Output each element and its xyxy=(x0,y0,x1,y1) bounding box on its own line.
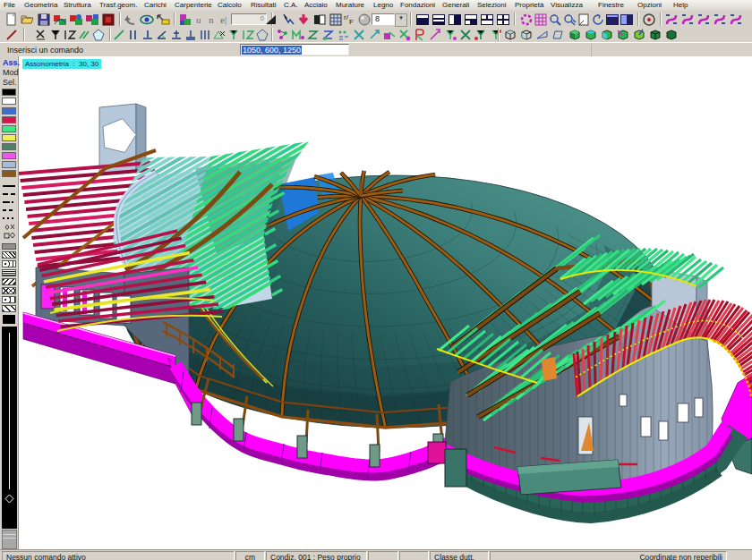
svg-text:n: n xyxy=(209,14,214,25)
svg-text:u: u xyxy=(196,14,201,25)
svg-text:F: F xyxy=(349,18,354,26)
svg-text:e|: e| xyxy=(220,14,226,25)
svg-text:r/: r/ xyxy=(344,13,349,21)
